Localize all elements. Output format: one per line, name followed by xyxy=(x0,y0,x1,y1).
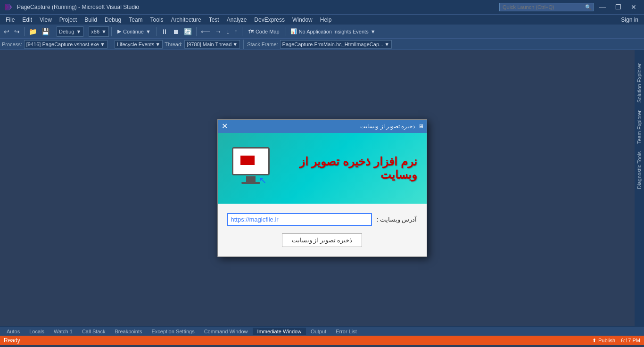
url-input-field[interactable] xyxy=(227,213,372,226)
menu-devexpress[interactable]: DevExpress xyxy=(250,16,289,24)
status-bar: Ready ⬆ Publish 6:17 PM xyxy=(0,336,644,345)
thread-label: Thread: xyxy=(165,41,182,47)
tab-autos[interactable]: Autos xyxy=(2,328,25,335)
diagnostic-tools-tab[interactable]: Diagnostic Tools xyxy=(635,148,644,193)
sign-in-link[interactable]: Sign in xyxy=(617,16,642,24)
toolbar-redo[interactable]: ↪ xyxy=(12,26,22,37)
map-icon: 🗺 xyxy=(248,29,254,34)
monitor-base xyxy=(241,182,260,184)
modal-content: آدرس وبسایت : ذخیره تصویر از وبسایت xyxy=(218,204,427,256)
red-box-graphic xyxy=(240,156,255,165)
bottom-tabs-bar: Autos Locals Watch 1 Call Stack Breakpoi… xyxy=(0,326,644,336)
restore-button[interactable]: ❒ xyxy=(611,2,625,12)
toolbar-sep-6 xyxy=(196,27,197,36)
dbg-sep-1 xyxy=(111,40,111,49)
code-map-button[interactable]: 🗺 Code Map xyxy=(245,28,283,35)
tab-output[interactable]: Output xyxy=(306,328,331,335)
minimize-button[interactable]: — xyxy=(595,2,610,12)
quick-launch-wrapper[interactable]: 🔍 xyxy=(499,3,594,11)
toolbar-sep-4 xyxy=(111,27,112,36)
tab-callstack[interactable]: Call Stack xyxy=(77,328,110,335)
process-dropdown[interactable]: [9416] PageCapture.vshost.exe ▼ xyxy=(24,40,107,49)
title-bar-left: PageCapture (Running) - Microsoft Visual… xyxy=(4,2,139,12)
menu-debug[interactable]: Debug xyxy=(101,16,125,24)
cursor-icon: ↖ xyxy=(259,174,267,186)
menu-test[interactable]: Test xyxy=(205,16,223,24)
save-button-row: ذخیره تصویر از وبسایت xyxy=(227,233,417,247)
toolbar-save[interactable]: 💾 xyxy=(40,26,51,37)
monitor-graphic: ↖ xyxy=(227,147,271,190)
tab-locals[interactable]: Locals xyxy=(25,328,49,335)
toolbar-sep-8 xyxy=(286,27,286,36)
application-dialog: ✕ 🖥 ذخیره تصویر از وبسایت نرم افزار ذخیر… xyxy=(217,119,427,257)
menu-team[interactable]: Team xyxy=(125,16,146,24)
menu-view[interactable]: View xyxy=(36,16,56,24)
status-ready-text: Ready xyxy=(4,337,20,344)
toolbar-pause[interactable]: ⏸ xyxy=(159,26,170,37)
tab-watch1[interactable]: Watch 1 xyxy=(49,328,77,335)
title-bar: PageCapture (Running) - Microsoft Visual… xyxy=(0,0,644,14)
status-right-area: ⬆ Publish 6:17 PM xyxy=(592,338,640,344)
menu-analyze[interactable]: Analyze xyxy=(223,16,251,24)
modal-icon: 🖥 xyxy=(418,123,424,130)
main-area: ✕ 🖥 ذخیره تصویر از وبسایت نرم افزار ذخیر… xyxy=(0,50,644,326)
tab-immediate-window[interactable]: Immediate Window xyxy=(253,328,306,335)
toolbar-sep-2 xyxy=(54,27,54,36)
monitor-screen-inner xyxy=(233,149,268,174)
tab-exception-settings[interactable]: Exception Settings xyxy=(147,328,199,335)
process-label: Process: xyxy=(2,41,22,47)
toolbar-restart[interactable]: 🔄 xyxy=(182,26,194,37)
toolbar-step-over[interactable]: → xyxy=(213,26,223,37)
modal-banner: نرم افزار ذخیره تصویر از وبسایت ↖ xyxy=(218,133,427,204)
window-title: PageCapture (Running) - Microsoft Visual… xyxy=(17,4,139,10)
menu-build[interactable]: Build xyxy=(81,16,101,24)
play-icon: ▶ xyxy=(117,28,121,34)
quick-launch-input[interactable] xyxy=(499,3,594,11)
dbg-sep-2 xyxy=(243,40,244,49)
tab-command-window[interactable]: Command Window xyxy=(199,328,253,335)
toolbar-step-into[interactable]: ↓ xyxy=(224,26,231,37)
stack-label: Stack Frame: xyxy=(247,41,278,47)
platform-dropdown[interactable]: x86 ▼ xyxy=(89,26,109,37)
toolbar-step-back[interactable]: ⟵ xyxy=(199,26,212,37)
team-explorer-tab[interactable]: Team Explorer xyxy=(635,107,644,148)
toolbar-sep-1 xyxy=(24,27,25,36)
thread-dropdown[interactable]: [9780] Main Thread ▼ xyxy=(184,40,240,49)
continue-button[interactable]: ▶ Continue ▼ xyxy=(114,26,154,37)
toolbar-stop[interactable]: ⏹ xyxy=(171,26,181,37)
side-panel-tabs: Solution Explorer Team Explorer Diagnost… xyxy=(635,50,644,326)
save-image-button[interactable]: ذخیره تصویر از وبسایت xyxy=(282,233,363,247)
toolbar-open[interactable]: 📁 xyxy=(27,26,39,37)
title-bar-controls: 🔍 — ❒ ✕ xyxy=(499,2,640,12)
monitor-screen xyxy=(232,147,270,175)
close-button[interactable]: ✕ xyxy=(627,2,640,12)
menu-help[interactable]: Help xyxy=(316,16,336,24)
modal-close-button[interactable]: ✕ xyxy=(221,123,229,130)
banner-title-text: نرم افزار ذخیره تصویر از وبسایت xyxy=(271,155,417,182)
menu-tools[interactable]: Tools xyxy=(147,16,167,24)
tab-breakpoints[interactable]: Breakpoints xyxy=(110,328,147,335)
insights-icon: 📊 xyxy=(290,28,297,34)
stack-dropdown[interactable]: PageCapture.FrmMain.hc_HtmlImageCap... ▼ xyxy=(280,40,392,49)
url-input-row: آدرس وبسایت : xyxy=(227,213,417,226)
menu-window[interactable]: Window xyxy=(289,16,316,24)
insights-button[interactable]: 📊 No Application Insights Events ▼ xyxy=(289,27,378,35)
lifecycle-dropdown[interactable]: Lifecycle Events ▼ xyxy=(115,40,163,49)
menu-edit[interactable]: Edit xyxy=(18,16,36,24)
menu-file[interactable]: File xyxy=(2,16,18,24)
debug-config-dropdown[interactable]: Debug ▼ xyxy=(57,26,83,37)
toolbar-undo[interactable]: ↩ xyxy=(2,26,11,37)
publish-button[interactable]: ⬆ Publish xyxy=(592,338,615,344)
toolbar-step-out[interactable]: ↑ xyxy=(232,26,239,37)
debug-toolbar: Process: [9416] PageCapture.vshost.exe ▼… xyxy=(0,39,644,50)
modal-titlebar: ✕ 🖥 ذخیره تصویر از وبسایت xyxy=(218,120,427,133)
toolbar-sep-7 xyxy=(242,27,242,36)
menu-project[interactable]: Project xyxy=(56,16,81,24)
search-icon: 🔍 xyxy=(585,4,592,10)
toolbar-sep-5 xyxy=(157,27,157,36)
monitor-stand xyxy=(246,176,256,182)
tab-error-list[interactable]: Error List xyxy=(331,328,362,335)
menu-architecture[interactable]: Architecture xyxy=(167,16,205,24)
status-time: 6:17 PM xyxy=(621,338,640,343)
solution-explorer-tab[interactable]: Solution Explorer xyxy=(635,59,644,107)
